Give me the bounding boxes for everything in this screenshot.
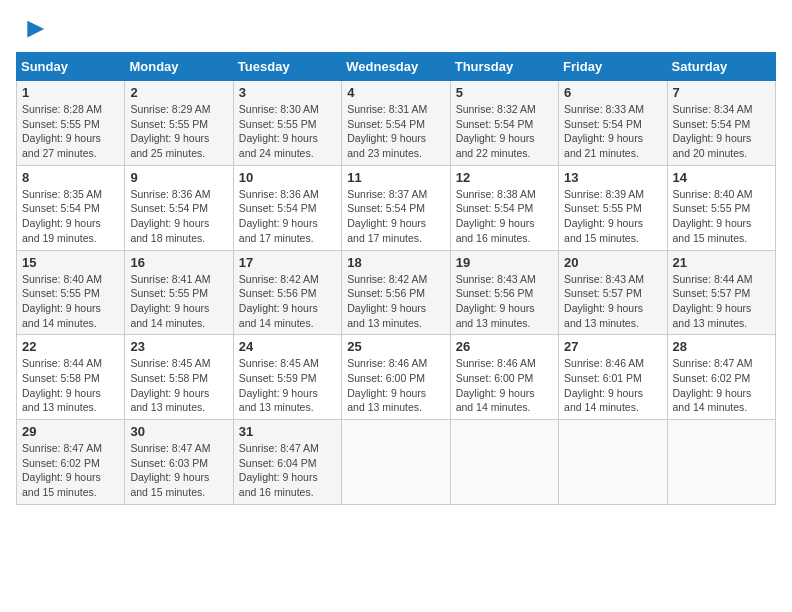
calendar-cell: 6Sunrise: 8:33 AMSunset: 5:54 PMDaylight… — [559, 81, 667, 166]
day-info: Sunrise: 8:31 AMSunset: 5:54 PMDaylight:… — [347, 102, 444, 161]
calendar-table: SundayMondayTuesdayWednesdayThursdayFrid… — [16, 52, 776, 505]
day-info: Sunrise: 8:42 AMSunset: 5:56 PMDaylight:… — [239, 272, 336, 331]
calendar-cell: 20Sunrise: 8:43 AMSunset: 5:57 PMDayligh… — [559, 250, 667, 335]
day-info: Sunrise: 8:33 AMSunset: 5:54 PMDaylight:… — [564, 102, 661, 161]
calendar-cell: 14Sunrise: 8:40 AMSunset: 5:55 PMDayligh… — [667, 165, 775, 250]
calendar-cell: 31Sunrise: 8:47 AMSunset: 6:04 PMDayligh… — [233, 420, 341, 505]
calendar-cell: 21Sunrise: 8:44 AMSunset: 5:57 PMDayligh… — [667, 250, 775, 335]
day-info: Sunrise: 8:43 AMSunset: 5:56 PMDaylight:… — [456, 272, 553, 331]
calendar-cell: 22Sunrise: 8:44 AMSunset: 5:58 PMDayligh… — [17, 335, 125, 420]
day-number: 20 — [564, 255, 661, 270]
day-number: 18 — [347, 255, 444, 270]
day-info: Sunrise: 8:44 AMSunset: 5:58 PMDaylight:… — [22, 356, 119, 415]
page-header — [16, 16, 776, 44]
calendar-cell: 5Sunrise: 8:32 AMSunset: 5:54 PMDaylight… — [450, 81, 558, 166]
calendar-cell: 27Sunrise: 8:46 AMSunset: 6:01 PMDayligh… — [559, 335, 667, 420]
calendar-cell: 3Sunrise: 8:30 AMSunset: 5:55 PMDaylight… — [233, 81, 341, 166]
day-number: 25 — [347, 339, 444, 354]
calendar-cell — [667, 420, 775, 505]
calendar-cell: 12Sunrise: 8:38 AMSunset: 5:54 PMDayligh… — [450, 165, 558, 250]
day-number: 26 — [456, 339, 553, 354]
calendar-cell: 29Sunrise: 8:47 AMSunset: 6:02 PMDayligh… — [17, 420, 125, 505]
calendar-cell: 11Sunrise: 8:37 AMSunset: 5:54 PMDayligh… — [342, 165, 450, 250]
weekday-header-thursday: Thursday — [450, 53, 558, 81]
calendar-cell: 7Sunrise: 8:34 AMSunset: 5:54 PMDaylight… — [667, 81, 775, 166]
calendar-cell: 2Sunrise: 8:29 AMSunset: 5:55 PMDaylight… — [125, 81, 233, 166]
weekday-header-monday: Monday — [125, 53, 233, 81]
day-number: 29 — [22, 424, 119, 439]
calendar-cell: 19Sunrise: 8:43 AMSunset: 5:56 PMDayligh… — [450, 250, 558, 335]
day-info: Sunrise: 8:46 AMSunset: 6:01 PMDaylight:… — [564, 356, 661, 415]
day-number: 8 — [22, 170, 119, 185]
calendar-cell: 25Sunrise: 8:46 AMSunset: 6:00 PMDayligh… — [342, 335, 450, 420]
day-info: Sunrise: 8:35 AMSunset: 5:54 PMDaylight:… — [22, 187, 119, 246]
day-number: 9 — [130, 170, 227, 185]
day-info: Sunrise: 8:29 AMSunset: 5:55 PMDaylight:… — [130, 102, 227, 161]
day-number: 11 — [347, 170, 444, 185]
day-number: 21 — [673, 255, 770, 270]
day-info: Sunrise: 8:47 AMSunset: 6:04 PMDaylight:… — [239, 441, 336, 500]
day-info: Sunrise: 8:41 AMSunset: 5:55 PMDaylight:… — [130, 272, 227, 331]
day-number: 17 — [239, 255, 336, 270]
day-number: 1 — [22, 85, 119, 100]
calendar-cell: 17Sunrise: 8:42 AMSunset: 5:56 PMDayligh… — [233, 250, 341, 335]
day-number: 14 — [673, 170, 770, 185]
calendar-cell: 16Sunrise: 8:41 AMSunset: 5:55 PMDayligh… — [125, 250, 233, 335]
calendar-cell: 8Sunrise: 8:35 AMSunset: 5:54 PMDaylight… — [17, 165, 125, 250]
calendar-cell — [450, 420, 558, 505]
day-number: 2 — [130, 85, 227, 100]
calendar-cell: 18Sunrise: 8:42 AMSunset: 5:56 PMDayligh… — [342, 250, 450, 335]
calendar-cell: 1Sunrise: 8:28 AMSunset: 5:55 PMDaylight… — [17, 81, 125, 166]
calendar-cell: 10Sunrise: 8:36 AMSunset: 5:54 PMDayligh… — [233, 165, 341, 250]
logo — [16, 16, 46, 44]
day-info: Sunrise: 8:32 AMSunset: 5:54 PMDaylight:… — [456, 102, 553, 161]
day-number: 24 — [239, 339, 336, 354]
day-info: Sunrise: 8:46 AMSunset: 6:00 PMDaylight:… — [347, 356, 444, 415]
day-info: Sunrise: 8:36 AMSunset: 5:54 PMDaylight:… — [239, 187, 336, 246]
day-info: Sunrise: 8:44 AMSunset: 5:57 PMDaylight:… — [673, 272, 770, 331]
day-info: Sunrise: 8:28 AMSunset: 5:55 PMDaylight:… — [22, 102, 119, 161]
day-info: Sunrise: 8:47 AMSunset: 6:02 PMDaylight:… — [22, 441, 119, 500]
day-number: 16 — [130, 255, 227, 270]
day-number: 31 — [239, 424, 336, 439]
day-info: Sunrise: 8:45 AMSunset: 5:59 PMDaylight:… — [239, 356, 336, 415]
day-number: 7 — [673, 85, 770, 100]
calendar-cell: 26Sunrise: 8:46 AMSunset: 6:00 PMDayligh… — [450, 335, 558, 420]
calendar-cell: 15Sunrise: 8:40 AMSunset: 5:55 PMDayligh… — [17, 250, 125, 335]
day-number: 27 — [564, 339, 661, 354]
calendar-cell — [559, 420, 667, 505]
day-number: 28 — [673, 339, 770, 354]
day-info: Sunrise: 8:45 AMSunset: 5:58 PMDaylight:… — [130, 356, 227, 415]
day-info: Sunrise: 8:47 AMSunset: 6:03 PMDaylight:… — [130, 441, 227, 500]
day-info: Sunrise: 8:30 AMSunset: 5:55 PMDaylight:… — [239, 102, 336, 161]
day-info: Sunrise: 8:47 AMSunset: 6:02 PMDaylight:… — [673, 356, 770, 415]
logo-icon — [18, 16, 46, 44]
calendar-cell: 13Sunrise: 8:39 AMSunset: 5:55 PMDayligh… — [559, 165, 667, 250]
day-number: 22 — [22, 339, 119, 354]
day-number: 30 — [130, 424, 227, 439]
day-number: 10 — [239, 170, 336, 185]
day-info: Sunrise: 8:40 AMSunset: 5:55 PMDaylight:… — [22, 272, 119, 331]
weekday-header-tuesday: Tuesday — [233, 53, 341, 81]
day-number: 5 — [456, 85, 553, 100]
calendar-cell: 4Sunrise: 8:31 AMSunset: 5:54 PMDaylight… — [342, 81, 450, 166]
svg-marker-0 — [27, 21, 44, 38]
calendar-cell: 23Sunrise: 8:45 AMSunset: 5:58 PMDayligh… — [125, 335, 233, 420]
day-info: Sunrise: 8:39 AMSunset: 5:55 PMDaylight:… — [564, 187, 661, 246]
day-info: Sunrise: 8:38 AMSunset: 5:54 PMDaylight:… — [456, 187, 553, 246]
calendar-cell: 24Sunrise: 8:45 AMSunset: 5:59 PMDayligh… — [233, 335, 341, 420]
day-number: 4 — [347, 85, 444, 100]
calendar-cell: 9Sunrise: 8:36 AMSunset: 5:54 PMDaylight… — [125, 165, 233, 250]
day-number: 3 — [239, 85, 336, 100]
day-number: 19 — [456, 255, 553, 270]
weekday-header-sunday: Sunday — [17, 53, 125, 81]
day-number: 15 — [22, 255, 119, 270]
day-info: Sunrise: 8:42 AMSunset: 5:56 PMDaylight:… — [347, 272, 444, 331]
day-number: 12 — [456, 170, 553, 185]
day-info: Sunrise: 8:46 AMSunset: 6:00 PMDaylight:… — [456, 356, 553, 415]
day-info: Sunrise: 8:34 AMSunset: 5:54 PMDaylight:… — [673, 102, 770, 161]
calendar-cell: 28Sunrise: 8:47 AMSunset: 6:02 PMDayligh… — [667, 335, 775, 420]
weekday-header-saturday: Saturday — [667, 53, 775, 81]
weekday-header-wednesday: Wednesday — [342, 53, 450, 81]
day-info: Sunrise: 8:36 AMSunset: 5:54 PMDaylight:… — [130, 187, 227, 246]
